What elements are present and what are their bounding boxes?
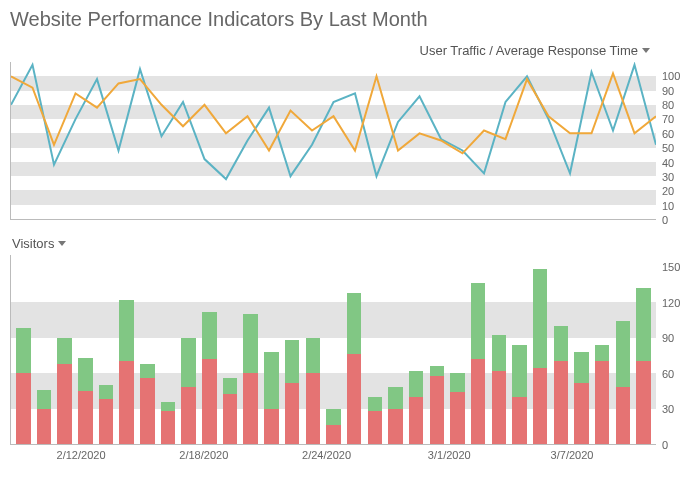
line-chart-area	[10, 62, 656, 220]
bar	[306, 338, 320, 444]
bar	[554, 326, 568, 444]
bar	[99, 385, 113, 444]
y-tick-label: 90	[662, 85, 674, 97]
y-tick-label: 50	[662, 142, 674, 154]
bar	[223, 378, 237, 444]
bar	[574, 352, 588, 444]
bar	[57, 338, 71, 444]
bar	[471, 283, 485, 444]
bottom-chart-label: Visitors	[12, 236, 54, 251]
bar	[264, 352, 278, 444]
y-tick-label: 100	[662, 70, 680, 82]
x-axis: 2/12/20202/18/20202/24/20203/1/20203/7/2…	[10, 445, 656, 463]
y-tick-label: 60	[662, 128, 674, 140]
bar	[595, 345, 609, 444]
bar	[285, 340, 299, 444]
bar	[512, 345, 526, 444]
x-tick-label: 2/12/2020	[57, 449, 106, 461]
bar	[140, 364, 154, 444]
y-tick-label: 0	[662, 214, 668, 226]
bar	[533, 269, 547, 444]
top-chart-y-axis: 0102030405060708090100	[656, 62, 690, 220]
y-tick-label: 0	[662, 439, 668, 451]
dashboard-panel: Website Performance Indicators By Last M…	[0, 0, 700, 500]
bar	[347, 293, 361, 444]
bar	[326, 409, 340, 444]
top-chart-block: User Traffic / Average Response Time 010…	[10, 41, 690, 220]
bar	[16, 328, 30, 444]
chevron-down-icon	[58, 241, 66, 246]
y-tick-label: 60	[662, 368, 674, 380]
bar	[37, 390, 51, 444]
bar	[368, 397, 382, 444]
x-tick-label: 3/1/2020	[428, 449, 471, 461]
y-tick-label: 150	[662, 261, 680, 273]
chevron-down-icon	[642, 48, 650, 53]
bar	[430, 366, 444, 444]
bar	[636, 288, 650, 444]
y-tick-label: 120	[662, 297, 680, 309]
x-tick-label: 2/24/2020	[302, 449, 351, 461]
y-tick-label: 40	[662, 157, 674, 169]
bar	[409, 371, 423, 444]
y-tick-label: 70	[662, 113, 674, 125]
top-chart-selector[interactable]: User Traffic / Average Response Time	[10, 41, 690, 62]
bar	[492, 335, 506, 444]
y-tick-label: 80	[662, 99, 674, 111]
x-tick-label: 2/18/2020	[179, 449, 228, 461]
page-title: Website Performance Indicators By Last M…	[10, 8, 690, 31]
bottom-chart-selector[interactable]: Visitors	[10, 234, 690, 255]
top-chart-label: User Traffic / Average Response Time	[420, 43, 638, 58]
bar	[181, 338, 195, 444]
bar	[119, 300, 133, 444]
bar	[161, 401, 175, 444]
bar	[616, 321, 630, 444]
y-tick-label: 20	[662, 185, 674, 197]
y-tick-label: 10	[662, 200, 674, 212]
bottom-chart-y-axis: 0306090120150	[656, 255, 690, 445]
bar	[202, 312, 216, 444]
y-tick-label: 30	[662, 171, 674, 183]
bar	[78, 358, 92, 444]
bottom-chart-block: Visitors 0306090120150 2/12/20202/18/202…	[10, 234, 690, 463]
bar	[388, 387, 402, 444]
bar-chart-area	[10, 255, 656, 445]
y-tick-label: 90	[662, 332, 674, 344]
bar	[450, 373, 464, 444]
bar	[243, 314, 257, 444]
y-tick-label: 30	[662, 403, 674, 415]
x-tick-label: 3/7/2020	[551, 449, 594, 461]
